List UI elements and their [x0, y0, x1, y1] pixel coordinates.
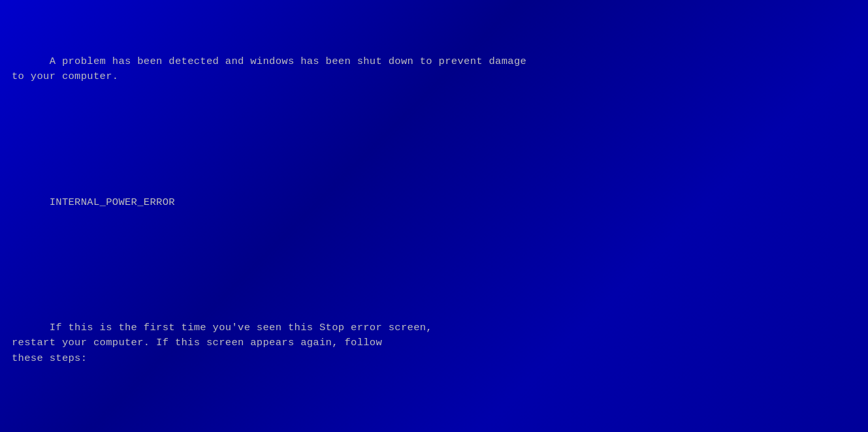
line-4: restart your computer. If this screen ap…: [12, 337, 382, 348]
blank-1: [12, 133, 856, 149]
error-code: INTERNAL_POWER_ERROR: [50, 196, 175, 208]
first-paragraph: A problem has been detected and windows …: [12, 39, 856, 100]
blank-2: [12, 259, 856, 275]
blank-3: [12, 415, 856, 431]
line-2: to your computer.: [12, 70, 118, 82]
line-3: If this is the first time you've seen th…: [50, 322, 432, 333]
bsod-screen: A problem has been detected and windows …: [8, 5, 860, 427]
line-1: A problem has been detected and windows …: [50, 55, 526, 67]
error-code-line: INTERNAL_POWER_ERROR: [12, 179, 856, 226]
line-5: these steps:: [12, 352, 87, 364]
first-time-paragraph: If this is the first time you've seen th…: [12, 305, 856, 382]
